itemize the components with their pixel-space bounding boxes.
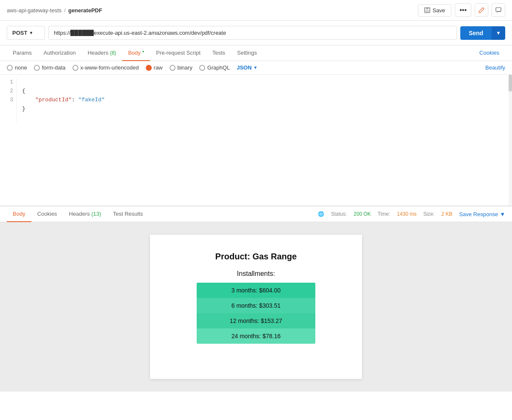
tab-body[interactable]: Body ● <box>122 45 150 61</box>
status-value: 200 OK <box>353 211 371 217</box>
response-tab-body[interactable]: Body <box>7 206 31 222</box>
tab-pre-request-script[interactable]: Pre-request Script <box>150 45 206 61</box>
option-binary[interactable]: binary <box>170 64 192 71</box>
send-dropdown-button[interactable]: ▼ <box>492 26 505 40</box>
option-raw[interactable]: raw <box>146 64 163 71</box>
radio-urlencoded <box>72 65 78 71</box>
svg-rect-1 <box>426 8 429 9</box>
installment-row-3: 12 months: $153.27 <box>197 313 315 328</box>
top-bar: aws-api-gateway-tests / generatePDF Save… <box>0 0 512 21</box>
option-graphql[interactable]: GraphQL <box>199 64 230 71</box>
top-bar-actions: Save ••• <box>418 3 505 17</box>
format-chevron-icon: ▼ <box>253 65 258 70</box>
tab-headers[interactable]: Headers (8) <box>82 45 122 61</box>
installments-table: 3 months: $604.00 6 months: $303.51 12 m… <box>197 283 315 344</box>
globe-icon: 🌐 <box>318 211 324 217</box>
radio-none <box>7 65 13 71</box>
beautify-button[interactable]: Beautify <box>485 64 505 71</box>
method-label: POST <box>12 30 27 36</box>
tab-cookies[interactable]: Cookies <box>473 45 505 61</box>
code-editor[interactable]: 1 2 3 { "productId": "fakeId" } <box>0 75 512 206</box>
line-num-3: 3 <box>3 96 13 105</box>
save-label: Save <box>433 7 445 14</box>
edit-button[interactable] <box>475 3 488 17</box>
line-numbers: 1 2 3 <box>0 78 17 122</box>
project-name: aws-api-gateway-tests <box>7 7 61 14</box>
body-dot-indicator: ● <box>142 50 144 53</box>
comment-button[interactable] <box>492 3 505 17</box>
response-tab-headers[interactable]: Headers (13) <box>63 206 107 222</box>
breadcrumb: aws-api-gateway-tests / generatePDF <box>7 7 102 14</box>
radio-form-data <box>34 65 40 71</box>
edit-icon <box>478 7 485 14</box>
comment-icon <box>495 7 502 14</box>
tab-params[interactable]: Params <box>7 45 38 61</box>
installment-row-4: 24 months: $78.16 <box>197 328 315 344</box>
headers-badge: (8) <box>110 50 116 56</box>
pdf-preview: Product: Gas Range Installments: 3 month… <box>150 235 362 379</box>
tab-settings[interactable]: Settings <box>231 45 263 61</box>
editor-scrollbar[interactable] <box>509 75 512 206</box>
option-form-data[interactable]: form-data <box>34 64 66 71</box>
tab-authorization[interactable]: Authorization <box>38 45 82 61</box>
method-selector[interactable]: POST ▼ <box>7 26 45 40</box>
response-tab-cookies[interactable]: Cookies <box>31 206 63 222</box>
body-options-bar: none form-data x-www-form-urlencoded raw… <box>0 61 512 75</box>
response-tab-test-results[interactable]: Test Results <box>107 206 149 222</box>
installment-cell-4: 24 months: $78.16 <box>197 328 315 344</box>
response-tabs-bar: Body Cookies Headers (13) Test Results 🌐… <box>0 206 512 222</box>
pdf-product-title: Product: Gas Range <box>215 252 297 261</box>
size-label: Size: <box>423 211 435 217</box>
line-num-1: 1 <box>3 78 13 87</box>
installment-cell-1: 3 months: $604.00 <box>197 283 315 298</box>
installment-cell-2: 6 months: $303.51 <box>197 298 315 313</box>
tab-tests[interactable]: Tests <box>206 45 231 61</box>
more-button[interactable]: ••• <box>455 3 471 17</box>
line-num-2: 2 <box>3 87 13 96</box>
code-content: { "productId": "fakeId" } <box>17 78 512 122</box>
url-input[interactable] <box>48 26 457 40</box>
size-value: 2 KB <box>441 211 452 217</box>
pdf-installments-label: Installments: <box>237 270 275 278</box>
response-status-bar: 🌐 Status: 200 OK Time: 1430 ms Size: 2 K… <box>318 211 505 217</box>
save-button[interactable]: Save <box>418 4 452 17</box>
installment-row-1: 3 months: $604.00 <box>197 283 315 298</box>
option-none[interactable]: none <box>7 64 27 71</box>
radio-binary <box>170 65 175 71</box>
format-selector[interactable]: JSON ▼ <box>237 64 257 71</box>
svg-rect-3 <box>496 8 501 11</box>
radio-graphql <box>199 65 205 71</box>
request-tabs: Params Authorization Headers (8) Body ● … <box>0 45 512 61</box>
send-group: Send ▼ <box>460 26 505 40</box>
save-response-button[interactable]: Save Response ▼ <box>459 211 505 217</box>
url-bar: POST ▼ Send ▼ <box>0 21 512 45</box>
code-editor-inner: 1 2 3 { "productId": "fakeId" } <box>0 75 512 125</box>
svg-rect-2 <box>426 10 429 12</box>
option-urlencoded[interactable]: x-www-form-urlencoded <box>72 64 139 71</box>
radio-raw <box>146 65 152 71</box>
breadcrumb-separator: / <box>64 7 66 14</box>
status-label: Status: <box>331 211 347 217</box>
method-chevron-icon: ▼ <box>29 31 33 35</box>
request-name: generatePDF <box>68 7 102 14</box>
response-body: Product: Gas Range Installments: 3 month… <box>0 222 512 392</box>
editor-scrollbar-thumb <box>509 75 512 92</box>
time-label: Time: <box>378 211 390 217</box>
save-response-chevron-icon: ▼ <box>500 211 505 217</box>
installment-cell-3: 12 months: $153.27 <box>197 313 315 328</box>
send-button[interactable]: Send <box>460 26 492 40</box>
installment-row-2: 6 months: $303.51 <box>197 298 315 313</box>
time-value: 1430 ms <box>397 211 417 217</box>
response-headers-badge: (13) <box>91 211 101 217</box>
save-icon <box>424 7 430 13</box>
